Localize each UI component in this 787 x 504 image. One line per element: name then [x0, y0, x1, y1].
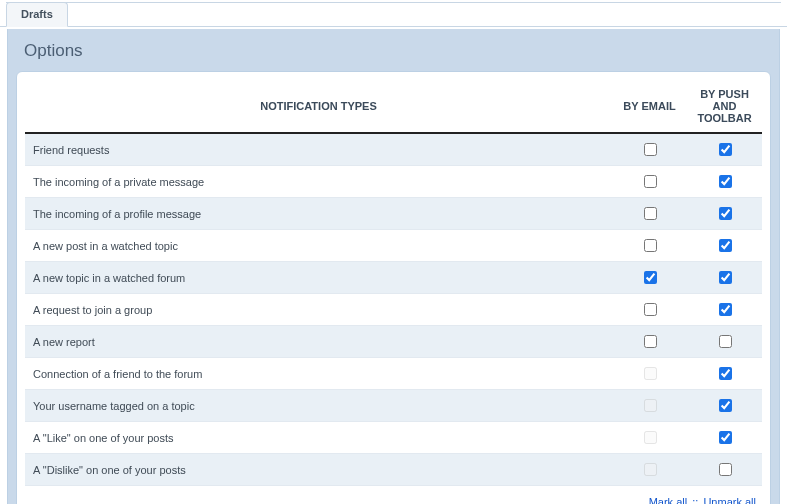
tab-drafts[interactable]: Drafts — [6, 2, 68, 27]
col-header-email: BY EMAIL — [612, 80, 687, 133]
checkbox-email[interactable] — [644, 335, 657, 348]
mark-separator: :: — [690, 496, 700, 504]
row-label: A "Like" on one of your posts — [25, 422, 612, 454]
checkbox-email[interactable] — [644, 271, 657, 284]
row-label: The incoming of a profile message — [25, 198, 612, 230]
row-label: Connection of a friend to the forum — [25, 358, 612, 390]
cell-email — [612, 326, 687, 358]
checkbox-email[interactable] — [644, 207, 657, 220]
table-row: A request to join a group — [25, 294, 762, 326]
cell-email — [612, 422, 687, 454]
row-label: A new report — [25, 326, 612, 358]
row-label: The incoming of a private message — [25, 166, 612, 198]
notifications-table: NOTIFICATION TYPES BY EMAIL BY PUSH AND … — [25, 80, 762, 486]
panel-title: Options — [8, 29, 779, 71]
mark-all-link[interactable]: Mark all — [649, 496, 688, 504]
checkbox-email — [644, 399, 657, 412]
table-row: Friend requests — [25, 133, 762, 166]
checkbox-email — [644, 367, 657, 380]
checkbox-email[interactable] — [644, 175, 657, 188]
checkbox-email[interactable] — [644, 143, 657, 156]
cell-email — [612, 262, 687, 294]
options-card: NOTIFICATION TYPES BY EMAIL BY PUSH AND … — [16, 71, 771, 504]
cell-push — [687, 166, 762, 198]
row-label: A new post in a watched topic — [25, 230, 612, 262]
options-panel: Options NOTIFICATION TYPES BY EMAIL BY P… — [7, 29, 780, 504]
cell-email — [612, 230, 687, 262]
checkbox-email — [644, 431, 657, 444]
mark-links: Mark all :: Unmark all — [25, 486, 762, 504]
table-row: Your username tagged on a topic — [25, 390, 762, 422]
checkbox-push[interactable] — [719, 399, 732, 412]
cell-email — [612, 454, 687, 486]
checkbox-push[interactable] — [719, 335, 732, 348]
top-tabs: Drafts — [0, 0, 787, 27]
top-tab-border — [6, 2, 781, 3]
row-label: Your username tagged on a topic — [25, 390, 612, 422]
table-row: The incoming of a profile message — [25, 198, 762, 230]
cell-push — [687, 230, 762, 262]
table-row: The incoming of a private message — [25, 166, 762, 198]
row-label: A request to join a group — [25, 294, 612, 326]
checkbox-push[interactable] — [719, 175, 732, 188]
col-header-types: NOTIFICATION TYPES — [25, 80, 612, 133]
checkbox-push[interactable] — [719, 271, 732, 284]
cell-push — [687, 390, 762, 422]
checkbox-email[interactable] — [644, 303, 657, 316]
cell-email — [612, 133, 687, 166]
cell-push — [687, 454, 762, 486]
checkbox-push[interactable] — [719, 303, 732, 316]
cell-email — [612, 198, 687, 230]
cell-push — [687, 198, 762, 230]
table-row: Connection of a friend to the forum — [25, 358, 762, 390]
cell-email — [612, 358, 687, 390]
col-header-push: BY PUSH AND TOOLBAR — [687, 80, 762, 133]
table-row: A new post in a watched topic — [25, 230, 762, 262]
checkbox-push[interactable] — [719, 207, 732, 220]
cell-email — [612, 390, 687, 422]
cell-push — [687, 326, 762, 358]
checkbox-push[interactable] — [719, 239, 732, 252]
cell-push — [687, 262, 762, 294]
row-label: A "Dislike" on one of your posts — [25, 454, 612, 486]
unmark-all-link[interactable]: Unmark all — [703, 496, 756, 504]
checkbox-push[interactable] — [719, 143, 732, 156]
cell-push — [687, 133, 762, 166]
cell-push — [687, 294, 762, 326]
table-row: A "Dislike" on one of your posts — [25, 454, 762, 486]
checkbox-push[interactable] — [719, 463, 732, 476]
cell-email — [612, 166, 687, 198]
table-row: A new report — [25, 326, 762, 358]
cell-email — [612, 294, 687, 326]
cell-push — [687, 422, 762, 454]
table-row: A "Like" on one of your posts — [25, 422, 762, 454]
checkbox-push[interactable] — [719, 431, 732, 444]
cell-push — [687, 358, 762, 390]
row-label: A new topic in a watched forum — [25, 262, 612, 294]
checkbox-push[interactable] — [719, 367, 732, 380]
row-label: Friend requests — [25, 133, 612, 166]
checkbox-email — [644, 463, 657, 476]
table-row: A new topic in a watched forum — [25, 262, 762, 294]
checkbox-email[interactable] — [644, 239, 657, 252]
